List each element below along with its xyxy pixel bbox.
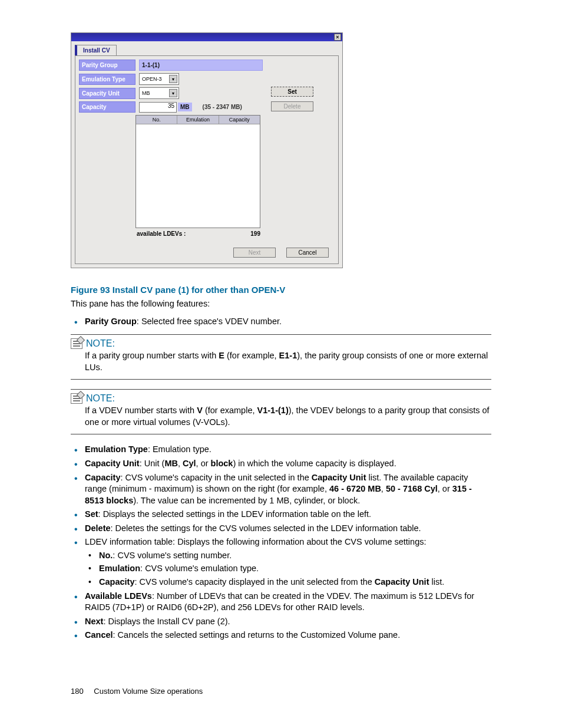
capacity-input[interactable]: 35 [139, 102, 177, 113]
available-ldevs-value: 199 [250, 230, 260, 237]
value-parity-group: 1-1-(1) [139, 60, 263, 71]
ldev-table[interactable]: No. Emulation Capacity [135, 115, 260, 228]
ldev-table-header: No. Emulation Capacity [136, 116, 260, 124]
list-item: Capacity Unit: Unit (MB, Cyl, or block) … [71, 458, 491, 470]
tab-install-cv[interactable]: Install CV [75, 45, 117, 55]
list-item: No.: CVS volume's setting number. [85, 550, 491, 562]
cancel-button[interactable]: Cancel [286, 248, 329, 258]
list-item: Parity Group: Selected free space's VDEV… [71, 316, 491, 328]
list-item: Emulation: CVS volume's emulation type. [85, 563, 491, 575]
desc: : Selected free space's VDEV number. [137, 317, 282, 326]
dialog-body: Parity Group 1-1-(1) Emulation Type OPEN… [75, 55, 339, 264]
note-heading: NOTE: [71, 393, 491, 404]
label-capacity-unit: Capacity Unit [79, 88, 135, 99]
dialog-titlebar: × [71, 33, 342, 41]
page-number: 180 [71, 687, 84, 696]
note-block-1: NOTE: If a parity group number starts wi… [71, 334, 491, 380]
list-item: Capacity: CVS volume's capacity displaye… [85, 577, 491, 588]
feature-list-top: Parity Group: Selected free space's VDEV… [71, 316, 491, 328]
note-block-2: NOTE: If a VDEV number starts with V (fo… [71, 389, 491, 434]
list-item: Cancel: Cancels the selected settings an… [71, 630, 491, 641]
note-title: NOTE: [86, 338, 115, 349]
label-parity-group: Parity Group [79, 60, 135, 71]
available-ldevs-row: available LDEVs : 199 [135, 228, 272, 239]
note-title: NOTE: [86, 393, 115, 404]
set-button[interactable]: Set [271, 87, 313, 97]
chevron-down-icon: ▼ [169, 75, 177, 83]
capacity-unit-badge: MB [178, 103, 192, 111]
page-footer: 180 Custom Volume Size operations [71, 687, 203, 696]
list-item: Set: Displays the selected settings in t… [71, 509, 491, 521]
available-ldevs-label: available LDEVs : [137, 230, 186, 237]
select-emulation-type[interactable]: OPEN-3 ▼ [139, 73, 179, 85]
feature-list: Emulation Type: Emulation type. Capacity… [71, 444, 491, 641]
install-cv-dialog: × Install CV Parity Group 1-1-(1) Emulat… [71, 32, 343, 268]
col-emulation: Emulation [177, 116, 219, 124]
term-parity-group: Parity Group [85, 317, 137, 326]
close-icon[interactable]: × [334, 34, 341, 41]
note-icon [71, 393, 82, 404]
page: × Install CV Parity Group 1-1-(1) Emulat… [0, 0, 562, 728]
select-emulation-value: OPEN-3 [142, 76, 162, 82]
list-item: Delete: Deletes the settings for the CVS… [71, 523, 491, 535]
tab-bar: Install CV [71, 41, 342, 55]
col-capacity: Capacity [219, 116, 260, 124]
note-text: If a parity group number starts with E (… [85, 350, 491, 373]
note-heading: NOTE: [71, 338, 491, 349]
list-item: Next: Displays the Install CV pane (2). [71, 616, 491, 628]
chevron-down-icon: ▼ [169, 89, 177, 97]
section-title: Custom Volume Size operations [94, 687, 203, 696]
list-item: Emulation Type: Emulation type. [71, 444, 491, 456]
select-capacity-unit-value: MB [142, 90, 150, 96]
list-item: LDEV information table: Displays the fol… [71, 536, 491, 588]
list-item: Capacity: CVS volume's capacity in the u… [71, 472, 491, 507]
label-emulation-type: Emulation Type [79, 74, 135, 85]
capacity-range: (35 - 2347 MB) [203, 104, 242, 110]
col-no: No. [136, 116, 177, 124]
intro-text: This pane has the following features: [71, 298, 491, 310]
ldev-sublist: No.: CVS volume's setting number. Emulat… [85, 550, 491, 588]
note-icon [71, 338, 82, 349]
select-capacity-unit[interactable]: MB ▼ [139, 87, 179, 99]
note-text: If a VDEV number starts with V (for exam… [85, 405, 491, 428]
label-capacity: Capacity [79, 101, 135, 113]
figure-caption: Figure 93 Install CV pane (1) for other … [71, 285, 491, 295]
list-item: Available LDEVs: Number of LDEVs that ca… [71, 591, 491, 614]
delete-button[interactable]: Delete [271, 101, 313, 111]
next-button[interactable]: Next [233, 248, 276, 258]
